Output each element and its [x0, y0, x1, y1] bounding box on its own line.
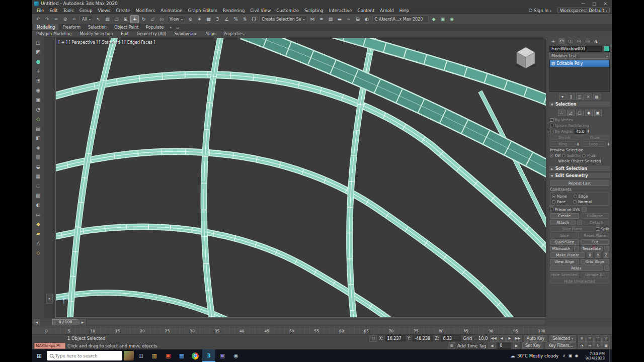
- file-explorer-icon[interactable]: ▥: [148, 349, 161, 362]
- creative-app-icon[interactable]: ▣: [216, 349, 229, 362]
- left-tool-icon-16[interactable]: ◌: [34, 182, 43, 190]
- maxscript-mini-listener[interactable]: MAXScript Mi: [34, 343, 65, 349]
- tessellate-button[interactable]: Tessellate: [581, 246, 603, 251]
- edit-geometry-rollout-header[interactable]: ▼ Edit Geometry: [548, 172, 611, 178]
- start-button[interactable]: [33, 349, 45, 362]
- x-coordinate-field[interactable]: 16.237: [385, 335, 406, 341]
- left-tool-icon-10[interactable]: ▤: [34, 124, 43, 133]
- bind-to-space-warp-icon[interactable]: ≈: [70, 15, 78, 23]
- tray-icon-2[interactable]: ◉: [575, 353, 579, 358]
- menu-item[interactable]: Group: [77, 8, 95, 13]
- constraint-face-radio[interactable]: [552, 200, 555, 204]
- ribbon-panel-properties[interactable]: Properties: [223, 32, 244, 36]
- configure-modifier-sets-icon[interactable]: ▦: [593, 94, 601, 100]
- left-tool-icon-6[interactable]: ◉: [34, 86, 43, 95]
- grid-align-button[interactable]: Grid Align: [581, 259, 610, 264]
- select-and-link-icon[interactable]: ∞: [52, 15, 60, 23]
- ribbon-panel-align[interactable]: Align: [205, 32, 215, 36]
- selection-rollout-header[interactable]: ▼ Selection: [548, 101, 611, 107]
- weather-widget[interactable]: ☁ 30°C Mostly cloudy: [510, 353, 558, 358]
- left-tool-icon-13[interactable]: ▥: [34, 153, 43, 161]
- left-tool-icon-15[interactable]: ▦: [34, 172, 43, 180]
- ring-button[interactable]: Ring: [550, 141, 576, 147]
- make-unique-icon[interactable]: ◫: [576, 94, 584, 100]
- select-and-rotate-icon[interactable]: ↻: [139, 15, 148, 23]
- left-tool-icon-11[interactable]: ◧: [34, 134, 43, 142]
- show-end-result-icon[interactable]: ∥: [568, 94, 575, 100]
- snaps-toggle-icon[interactable]: 3: [213, 15, 222, 23]
- z-coordinate-field[interactable]: 6.33: [441, 335, 461, 341]
- viewport-label[interactable]: [ + ] [ Perspective ] [ Standard ] [ Edg…: [58, 40, 155, 45]
- select-and-move-icon[interactable]: +: [130, 15, 139, 23]
- go-to-end-icon[interactable]: ▶▶: [514, 335, 522, 342]
- collapse-button[interactable]: Collapse: [581, 213, 610, 219]
- display-tab-icon[interactable]: ▢: [584, 38, 591, 44]
- workspaces-selector[interactable]: Workspaces: Default: [557, 8, 610, 13]
- keyboard-shortcut-override-icon[interactable]: ▦: [204, 15, 213, 23]
- slice-button[interactable]: Slice: [550, 233, 579, 238]
- time-tag-icon[interactable]: ⊞: [448, 342, 455, 349]
- tessellate-settings-button[interactable]: [604, 246, 609, 251]
- modifier-stack[interactable]: ▧ Editable Poly: [549, 60, 610, 92]
- left-tool-icon-18[interactable]: ◐: [34, 201, 43, 209]
- viewport-layout-tabs[interactable]: [46, 294, 53, 304]
- ribbon-tab-object-paint[interactable]: Object Paint: [111, 24, 142, 30]
- material-editor-icon[interactable]: ◐: [363, 15, 371, 23]
- left-tool-icon-5[interactable]: ⊞: [34, 76, 43, 85]
- left-tool-icon-19[interactable]: ▭: [34, 210, 43, 219]
- mirror-icon[interactable]: ⋈: [308, 15, 317, 23]
- reset-plane-button[interactable]: Reset Plane: [581, 233, 610, 238]
- utilities-tab-icon[interactable]: ◮: [593, 38, 599, 44]
- vertex-subobject-icon[interactable]: ∴: [558, 110, 566, 116]
- y-coordinate-field[interactable]: -48.238: [413, 335, 433, 341]
- constraint-none-radio[interactable]: [552, 195, 555, 198]
- menu-item[interactable]: Scripting: [302, 8, 326, 13]
- ribbon-tab-modeling[interactable]: Modeling: [33, 24, 58, 30]
- hide-selected-button[interactable]: Hide Selected: [550, 272, 579, 278]
- menu-item[interactable]: Civil View: [248, 8, 273, 13]
- grow-button[interactable]: Grow: [581, 135, 610, 140]
- make-planar-y-button[interactable]: Y: [595, 252, 601, 258]
- menu-item[interactable]: Edit: [47, 8, 60, 13]
- search-highlight-image[interactable]: [124, 351, 134, 360]
- set-key-button[interactable]: Set Key: [522, 342, 543, 349]
- menu-item[interactable]: Animation: [158, 8, 185, 13]
- loop-button[interactable]: Loop: [581, 141, 606, 147]
- preview-subobj-radio[interactable]: [562, 154, 566, 157]
- taskbar-clock[interactable]: 7:30 PM 9/24/2023: [583, 351, 608, 360]
- angle-snap-icon[interactable]: ∠: [222, 15, 231, 23]
- menu-item[interactable]: Tools: [61, 8, 76, 13]
- auto-key-button[interactable]: Auto Key: [524, 335, 548, 342]
- zoom-icon[interactable]: ⊕: [578, 335, 586, 342]
- ignore-backfacing-checkbox[interactable]: [550, 124, 553, 127]
- soft-selection-rollout-header[interactable]: ▶ Soft Selection: [548, 165, 611, 171]
- left-tool-icon-4[interactable]: +: [34, 67, 43, 75]
- render-production-icon[interactable]: ◉: [448, 15, 456, 23]
- ribbon-panel-edit[interactable]: Edit: [121, 32, 129, 36]
- left-tool-icon-22[interactable]: △: [34, 239, 43, 247]
- repeat-last-button[interactable]: Repeat Last: [550, 180, 609, 186]
- by-angle-checkbox[interactable]: [550, 130, 553, 133]
- selection-filter-dropdown[interactable]: All: [79, 16, 93, 23]
- project-path-field[interactable]: C:\Users\A...x Max 2020: [372, 16, 429, 23]
- menu-item[interactable]: Views: [96, 8, 113, 13]
- left-tool-icon-1[interactable]: ◳: [34, 38, 43, 47]
- left-tool-icon-17[interactable]: ▧: [34, 191, 43, 200]
- attach-button[interactable]: Attach: [550, 220, 576, 225]
- preview-off-radio[interactable]: [550, 154, 553, 157]
- track-bar[interactable]: 0510152025303540455055606570758085909510…: [32, 326, 612, 334]
- constraint-normal-radio[interactable]: [573, 200, 577, 204]
- ribbon-tab-selection[interactable]: Selection: [85, 24, 110, 30]
- element-subobject-icon[interactable]: ▣: [594, 110, 602, 116]
- menu-item[interactable]: Modifiers: [133, 8, 157, 13]
- window-crossing-icon[interactable]: ⊞: [121, 15, 130, 23]
- left-tool-icon-9[interactable]: ◇: [34, 115, 43, 123]
- unlink-selection-icon[interactable]: ⊘: [61, 15, 69, 23]
- preserve-uvs-settings-button[interactable]: [582, 207, 587, 212]
- ribbon-tab-freeform[interactable]: Freeform: [59, 24, 84, 30]
- select-and-manipulate-icon[interactable]: ∗: [195, 15, 204, 23]
- menu-item[interactable]: Content: [355, 8, 377, 13]
- perspective-viewport[interactable]: [ + ] [ Perspective ] [ Standard ] [ Edg…: [55, 38, 546, 318]
- time-slider-track[interactable]: [87, 319, 545, 325]
- previous-frame-arrow-icon[interactable]: ◀: [34, 319, 40, 325]
